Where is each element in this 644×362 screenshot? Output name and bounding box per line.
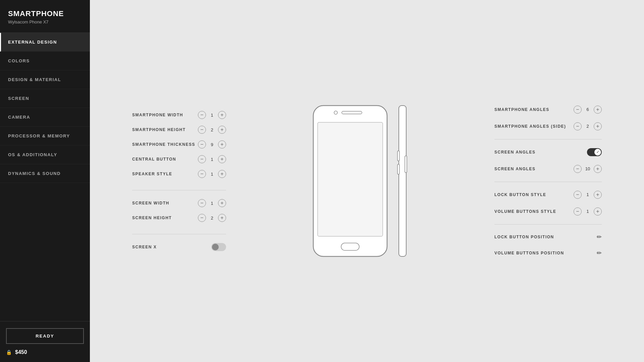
phone-front-svg <box>312 104 389 258</box>
control-lock-button-style: LOCK BUTTON STYLE − 1 + <box>494 187 602 202</box>
volume-buttons-style-plus[interactable]: + <box>594 207 602 216</box>
screen-width-value: 1 <box>209 201 215 206</box>
control-volume-buttons-style: VOLUME BUTTONS STYLE − 1 + <box>494 204 602 219</box>
smartphone-angles-label: SMARTPHONE ANGLES <box>494 107 574 112</box>
svg-rect-7 <box>397 164 399 174</box>
lock-button-position-edit-icon[interactable]: ✏ <box>597 233 602 241</box>
smartphone-angles-side-stepper: − 2 + <box>574 122 602 130</box>
screen-height-label: SCREEN HEIGHT <box>132 216 172 220</box>
sidebar-item-processor-memory[interactable]: PROCESSOR & MEMORY <box>0 127 90 145</box>
smartphone-angles-plus[interactable]: + <box>594 106 602 114</box>
screen-angles-value: 10 <box>585 166 590 171</box>
screen-angles-plus[interactable]: + <box>594 165 602 173</box>
control-volume-buttons-position: VOLUME BUTTONS POSITION ✏ <box>494 246 602 260</box>
screen-x-toggle[interactable] <box>211 243 226 251</box>
speaker-style-label: SPEAKER STYLE <box>132 172 172 176</box>
control-smartphone-width: SMARTPHONE WIDTH − 1 + <box>132 108 226 122</box>
lock-icon: 🔒 <box>6 350 12 355</box>
lock-button-style-minus[interactable]: − <box>574 191 582 199</box>
price-value: $450 <box>15 349 27 355</box>
smartphone-angles-minus[interactable]: − <box>574 106 582 114</box>
screen-angles-minus[interactable]: − <box>574 165 582 173</box>
smartphone-thickness-value: 9 <box>209 142 215 147</box>
screen-angles-stepper: − 10 + <box>574 165 602 173</box>
screen-angles-toggle-knob: ✓ <box>594 149 601 156</box>
smartphone-height-minus[interactable]: − <box>198 126 206 134</box>
control-screen-angles-toggle: SCREEN ANGLES ✓ <box>494 145 602 160</box>
sidebar-item-external-design[interactable]: EXTERNAL DESIGN <box>0 33 90 52</box>
ready-button[interactable]: READY <box>6 328 84 344</box>
volume-buttons-position-edit-icon[interactable]: ✏ <box>597 249 602 257</box>
control-smartphone-thickness: SMARTPHONE THICKNESS − 9 + <box>132 137 226 152</box>
volume-buttons-style-value: 1 <box>585 209 590 214</box>
left-group-1: SMARTPHONE WIDTH − 1 + SMARTPHONE HEIGHT… <box>132 108 226 181</box>
sidebar-item-colors[interactable]: COLORS <box>0 52 90 70</box>
screen-width-plus[interactable]: + <box>218 199 226 207</box>
sidebar-item-os-additional[interactable]: OS & ADDITIONALY <box>0 145 90 164</box>
screen-height-minus[interactable]: − <box>198 214 206 222</box>
smartphone-height-label: SMARTPHONE HEIGHT <box>132 127 186 132</box>
smartphone-angles-stepper: − 6 + <box>574 106 602 114</box>
smartphone-height-value: 2 <box>209 127 215 132</box>
central-button-plus[interactable]: + <box>218 155 226 163</box>
sidebar-item-design-material[interactable]: DESIGN & MATERIAL <box>0 70 90 89</box>
screen-height-plus[interactable]: + <box>218 214 226 222</box>
smartphone-height-plus[interactable]: + <box>218 126 226 134</box>
smartphone-width-minus[interactable]: − <box>198 111 206 119</box>
smartphone-thickness-minus[interactable]: − <box>198 140 206 148</box>
sidebar-item-camera[interactable]: CAMERA <box>0 108 90 127</box>
smartphone-angles-side-value: 2 <box>585 124 590 129</box>
svg-rect-6 <box>397 151 399 161</box>
left-divider-1 <box>132 190 226 190</box>
smartphone-angles-value: 6 <box>585 107 590 112</box>
volume-buttons-style-minus[interactable]: − <box>574 207 582 216</box>
central-button-minus[interactable]: − <box>198 155 206 163</box>
smartphone-width-plus[interactable]: + <box>218 111 226 119</box>
control-smartphone-angles: SMARTPHONE ANGLES − 6 + <box>494 102 602 117</box>
volume-buttons-style-stepper: − 1 + <box>574 207 602 216</box>
screen-x-label: SCREEN X <box>132 245 157 249</box>
control-central-button: CENTRAL BUTTON − 1 + <box>132 152 226 167</box>
phone-side-svg <box>395 104 409 258</box>
smartphone-angles-side-minus[interactable]: − <box>574 122 582 130</box>
sidebar-header: SMARTPHONE Wylsacom Phone X7 <box>0 0 90 33</box>
speaker-style-plus[interactable]: + <box>218 170 226 178</box>
smartphone-width-label: SMARTPHONE WIDTH <box>132 113 183 117</box>
speaker-style-minus[interactable]: − <box>198 170 206 178</box>
brand-title: SMARTPHONE <box>8 9 82 18</box>
smartphone-thickness-label: SMARTPHONE THICKNESS <box>132 142 195 147</box>
control-smartphone-height: SMARTPHONE HEIGHT − 2 + <box>132 122 226 137</box>
sidebar: SMARTPHONE Wylsacom Phone X7 EXTERNAL DE… <box>0 0 90 362</box>
screen-height-value: 2 <box>209 216 215 221</box>
screen-angles-toggle-label: SCREEN ANGLES <box>494 150 587 155</box>
sidebar-item-dynamics-sound[interactable]: DYNAMICS & SOUND <box>0 164 90 183</box>
screen-angles-value-label: SCREEN ANGLES <box>494 167 574 171</box>
svg-rect-5 <box>399 106 406 256</box>
price-display: 🔒 $450 <box>6 349 84 355</box>
smartphone-angles-side-plus[interactable]: + <box>594 122 602 130</box>
left-group-2: SCREEN WIDTH − 1 + SCREEN HEIGHT − 2 + <box>132 196 226 225</box>
smartphone-thickness-plus[interactable]: + <box>218 140 226 148</box>
smartphone-angles-side-label: SMARTPHONE ANGLES (SIDE) <box>494 124 574 129</box>
smartphone-width-value: 1 <box>209 113 215 118</box>
speaker-style-value: 1 <box>209 172 215 177</box>
smartphone-thickness-stepper: − 9 + <box>198 140 226 148</box>
left-controls: SMARTPHONE WIDTH − 1 + SMARTPHONE HEIGHT… <box>132 108 226 254</box>
control-screen-width: SCREEN WIDTH − 1 + <box>132 196 226 210</box>
central-button-stepper: − 1 + <box>198 155 226 163</box>
svg-rect-3 <box>318 122 383 236</box>
lock-button-style-plus[interactable]: + <box>594 191 602 199</box>
sidebar-item-screen[interactable]: SCREEN <box>0 89 90 108</box>
control-speaker-style: SPEAKER STYLE − 1 + <box>132 167 226 181</box>
svg-rect-8 <box>405 156 407 173</box>
central-button-value: 1 <box>209 157 215 162</box>
speaker-style-stepper: − 1 + <box>198 170 226 178</box>
screen-width-minus[interactable]: − <box>198 199 206 207</box>
right-divider-2 <box>494 182 602 182</box>
screen-angles-toggle-switch[interactable]: ✓ <box>587 148 602 156</box>
lock-button-style-label: LOCK BUTTON STYLE <box>494 192 574 197</box>
lock-button-position-label: LOCK BUTTON POSITION <box>494 235 597 239</box>
control-screen-angles-value: SCREEN ANGLES − 10 + <box>494 162 602 176</box>
control-screen-x: SCREEN X <box>132 240 226 254</box>
sidebar-footer: READY 🔒 $450 <box>0 321 90 362</box>
